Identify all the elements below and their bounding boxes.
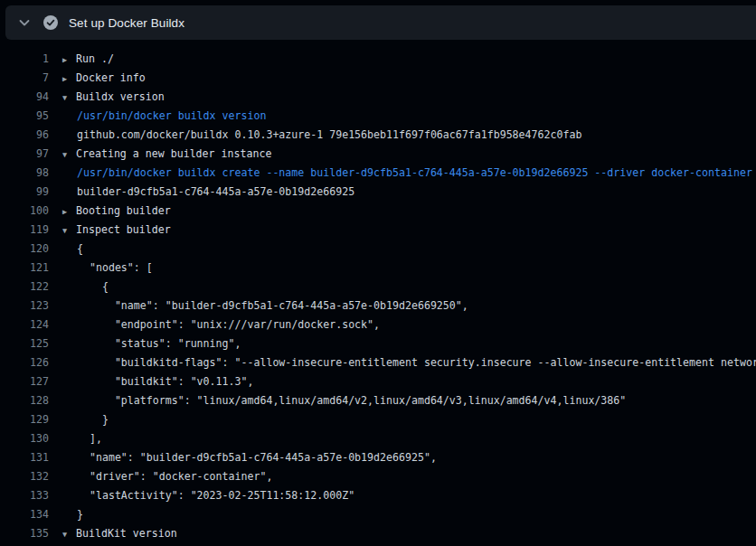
log-output-text: "buildkitd-flags": "--allow-insecure-ent… [62,353,756,372]
log-output-text: ], [62,429,102,448]
line-number[interactable]: 7 [0,69,49,88]
log-group-row[interactable]: ▶Docker info [62,69,146,88]
log-line: 122 { [0,278,756,297]
line-number[interactable]: 96 [0,126,49,145]
log-line: 129 } [0,410,756,429]
log-line: 131 "name": "builder-d9cfb5a1-c764-445a-… [0,448,756,467]
log-output-text: github.com/docker/buildx 0.10.3+azure-1 … [62,126,581,145]
line-number[interactable]: 131 [0,448,49,467]
line-number[interactable]: 98 [0,164,49,183]
log-line: 128 "platforms": "linux/amd64,linux/amd6… [0,391,756,410]
log-line: 134 } [0,505,756,524]
chevron-down-icon[interactable] [17,15,32,30]
log-line: 126 "buildkitd-flags": "--allow-insecure… [0,353,756,372]
step-header[interactable]: Set up Docker Buildx [5,5,756,40]
line-number[interactable]: 135 [0,524,49,543]
log-group-title[interactable]: Docker info [76,71,146,84]
log-output-text: builder-d9cfb5a1-c764-445a-a57e-0b19d2e6… [62,183,354,202]
log-output-text: "nodes": [ [62,259,153,278]
group-toggle-expanded-arrow-icon[interactable]: ▼ [62,146,76,165]
log-output-text: "name": "builder-d9cfb5a1-c764-445a-a57e… [62,297,468,315]
group-toggle-expanded-arrow-icon[interactable]: ▼ [62,89,76,108]
log-group-row[interactable]: ▼Inspect builder [62,221,171,240]
log-line: 125 "status": "running", [0,334,756,353]
log-line: 130 ], [0,429,756,448]
log-line: 7 ▶Docker info [0,69,756,88]
group-toggle-collapsed-arrow-icon[interactable]: ▶ [62,202,76,221]
line-number[interactable]: 122 [0,278,49,297]
group-toggle-expanded-arrow-icon[interactable]: ▼ [62,525,76,544]
log-output-text: "status": "running", [62,334,241,353]
group-toggle-collapsed-arrow-icon[interactable]: ▶ [62,51,76,70]
line-number[interactable]: 124 [0,315,49,334]
log-output-text: "name": "builder-d9cfb5a1-c764-445a-a57e… [62,448,437,467]
log-output-text: "endpoint": "unix:///var/run/docker.sock… [62,315,380,334]
log-line: 119 ▼Inspect builder [0,221,756,240]
line-number[interactable]: 134 [0,505,49,524]
line-number[interactable]: 94 [0,88,49,107]
line-number[interactable]: 119 [0,221,49,240]
step-title: Set up Docker Buildx [69,16,184,30]
log-line: 124 "endpoint": "unix:///var/run/docker.… [0,315,756,334]
log-command-text: /usr/bin/docker buildx version [62,107,266,126]
line-number[interactable]: 95 [0,107,49,126]
log-group-title[interactable]: Inspect builder [76,223,171,236]
line-number[interactable]: 99 [0,183,49,202]
log-output-text: "lastActivity": "2023-02-25T11:58:12.000… [62,486,354,505]
log-group-row[interactable]: ▶Booting builder [62,202,171,221]
step-status-check-icon [43,15,58,30]
line-number[interactable]: 129 [0,410,49,429]
group-toggle-collapsed-arrow-icon[interactable]: ▶ [62,70,76,89]
log-output-text: "buildkit": "v0.11.3", [62,372,253,391]
log-output-text: "platforms": "linux/amd64,linux/amd64/v2… [62,391,626,410]
log-line: 96 github.com/docker/buildx 0.10.3+azure… [0,126,756,145]
line-number[interactable]: 132 [0,467,49,486]
log-line: 94 ▼Buildx version [0,88,756,107]
log-line: 133 "lastActivity": "2023-02-25T11:58:12… [0,486,756,505]
log-line: 98 /usr/bin/docker buildx create --name … [0,164,756,183]
log-output-text: "driver": "docker-container", [62,467,272,486]
log-line: 95 /usr/bin/docker buildx version [0,107,756,126]
line-number[interactable]: 100 [0,202,49,221]
log-group-row[interactable]: ▶Run ./ [62,50,114,69]
log-view: 1 ▶Run ./ 7 ▶Docker info 94 ▼Buildx vers… [0,50,756,546]
log-group-title[interactable]: Buildx version [76,90,165,103]
log-group-title[interactable]: Creating a new builder instance [76,147,271,160]
log-group-title[interactable]: BuildKit version [76,527,177,540]
log-output-text: } [62,410,109,429]
line-number[interactable]: 120 [0,240,49,259]
log-group-title[interactable]: Run ./ [76,52,114,65]
log-line: 127 "buildkit": "v0.11.3", [0,372,756,391]
log-command-text: /usr/bin/docker buildx create --name bui… [62,164,752,183]
log-line: 100 ▶Booting builder [0,202,756,221]
log-line: 99 builder-d9cfb5a1-c764-445a-a57e-0b19d… [0,183,756,202]
line-number[interactable]: 128 [0,391,49,410]
log-line: 123 "name": "builder-d9cfb5a1-c764-445a-… [0,297,756,315]
line-number[interactable]: 121 [0,259,49,278]
log-output-text: { [62,278,109,297]
log-group-title[interactable]: Booting builder [76,204,171,217]
log-line: 132 "driver": "docker-container", [0,467,756,486]
line-number[interactable]: 123 [0,297,49,315]
log-line: 121 "nodes": [ [0,259,756,278]
line-number[interactable]: 133 [0,486,49,505]
log-line: 135 ▼BuildKit version [0,524,756,543]
log-line: 97 ▼Creating a new builder instance [0,145,756,164]
log-line: 120 { [0,240,756,259]
line-number[interactable]: 1 [0,50,49,69]
log-group-row[interactable]: ▼BuildKit version [62,524,177,543]
line-number[interactable]: 126 [0,353,49,372]
group-toggle-expanded-arrow-icon[interactable]: ▼ [62,221,76,240]
log-output-text: { [62,240,83,259]
line-number[interactable]: 97 [0,145,49,164]
log-output-text: } [62,505,83,524]
line-number[interactable]: 130 [0,429,49,448]
line-number[interactable]: 127 [0,372,49,391]
line-number[interactable]: 125 [0,334,49,353]
log-group-row[interactable]: ▼Buildx version [62,88,165,107]
log-group-row[interactable]: ▼Creating a new builder instance [62,145,271,164]
log-line: 1 ▶Run ./ [0,50,756,69]
